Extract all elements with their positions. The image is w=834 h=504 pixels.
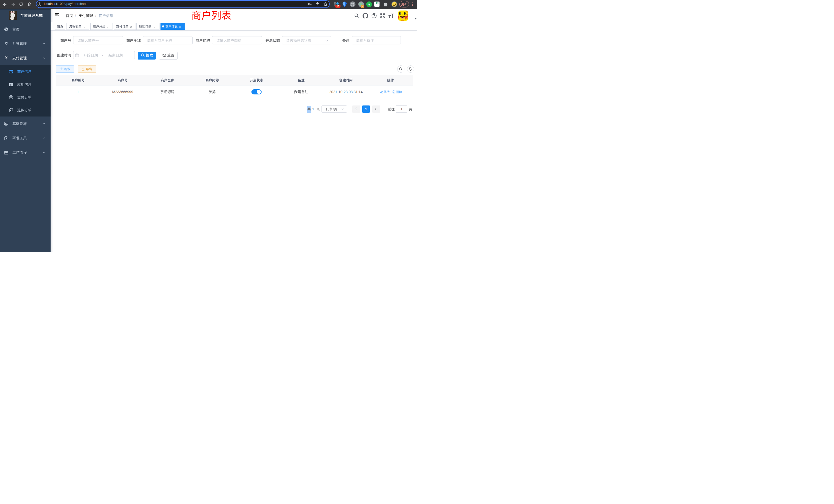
svg-text:y: y xyxy=(368,2,370,6)
